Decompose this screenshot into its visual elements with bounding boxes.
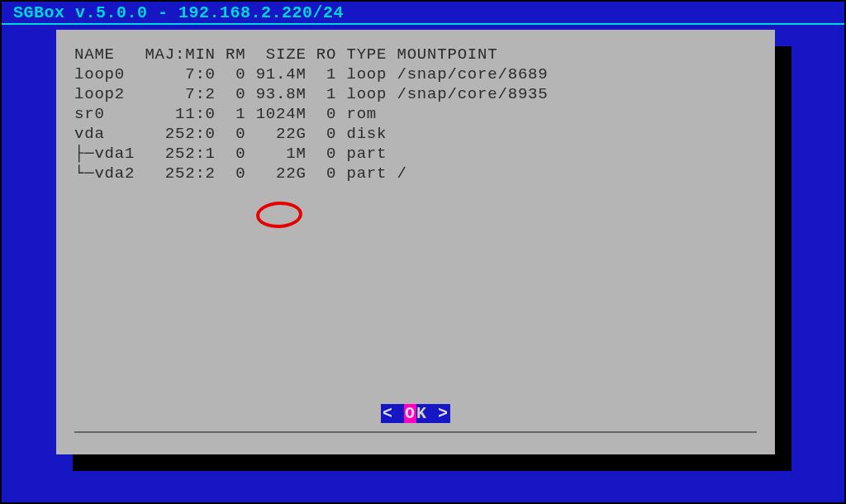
ok-rest: K [416,404,427,423]
chevron-left-icon: < [383,404,393,423]
console-screen: SGBox v.5.0.0 - 192.168.2.220/24 NAME MA… [0,0,846,504]
highlight-circle-annotation [255,201,303,230]
ok-hotkey-o: O [404,404,416,423]
dialog-inner: NAME MAJ:MIN RM SIZE RO TYPE MOUNTPOINT … [74,45,757,433]
dialog-box: NAME MAJ:MIN RM SIZE RO TYPE MOUNTPOINT … [56,30,775,454]
chevron-right-icon: > [438,404,449,423]
lsblk-output: NAME MAJ:MIN RM SIZE RO TYPE MOUNTPOINT … [74,45,757,183]
button-row: < OK > [74,404,757,423]
title-bar-text: SGBox v.5.0.0 - 192.168.2.220/24 [13,3,347,22]
ok-button[interactable]: < OK > [381,404,450,423]
